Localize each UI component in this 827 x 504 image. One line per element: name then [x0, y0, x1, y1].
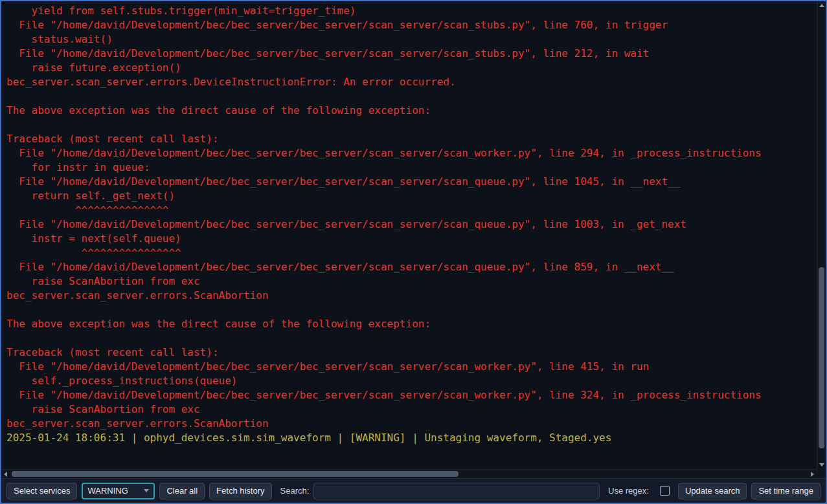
log-line: File "/home/david/Development/bec/bec_se… — [6, 47, 817, 61]
use-regex-label: Use regex: — [608, 486, 649, 496]
log-line: Traceback (most recent call last): — [6, 345, 817, 360]
vertical-scrollbar-thumb[interactable] — [819, 267, 824, 448]
log-line: File "/home/david/Development/bec/bec_se… — [6, 18, 817, 32]
use-regex-checkbox[interactable] — [660, 486, 670, 496]
log-output[interactable]: yield from self.stubs.trigger(min_wait=t… — [1, 1, 817, 469]
log-level-select[interactable]: WARNING — [82, 483, 155, 499]
log-line: bec_server.scan_server.errors.ScanAborti… — [6, 417, 817, 431]
horizontal-scrollbar-thumb[interactable] — [12, 471, 459, 477]
scroll-up-icon[interactable] — [817, 1, 826, 10]
update-search-button[interactable]: Update search — [678, 483, 747, 499]
scroll-left-icon[interactable] — [1, 470, 10, 478]
log-line — [6, 89, 817, 104]
log-content-area: yield from self.stubs.trigger(min_wait=t… — [1, 1, 826, 478]
log-line: 2025-01-24 18:06:31 | ophyd_devices.sim.… — [6, 431, 817, 445]
log-line: File "/home/david/Development/bec/bec_se… — [6, 175, 817, 189]
search-label: Search: — [280, 486, 310, 496]
scroll-down-icon[interactable] — [817, 461, 826, 469]
log-line — [6, 303, 817, 317]
fetch-history-button[interactable]: Fetch history — [209, 483, 271, 499]
chevron-down-icon — [144, 489, 149, 492]
log-line — [6, 118, 817, 132]
search-input[interactable] — [313, 483, 600, 499]
log-panel-window: yield from self.stubs.trigger(min_wait=t… — [0, 0, 827, 504]
log-line: File "/home/david/Development/bec/bec_se… — [6, 260, 817, 274]
log-line: Traceback (most recent call last): — [6, 132, 817, 146]
log-toolbar: Select services WARNING Clear all Fetch … — [1, 478, 826, 503]
log-line: raise future.exception() — [6, 61, 817, 75]
scroll-right-icon[interactable] — [808, 470, 817, 478]
log-line: File "/home/david/Development/bec/bec_se… — [6, 146, 817, 160]
log-line: File "/home/david/Development/bec/bec_se… — [6, 217, 817, 232]
select-services-button[interactable]: Select services — [6, 483, 77, 499]
log-line: bec_server.scan_server.errors.ScanAborti… — [6, 289, 817, 303]
log-line: return self._get_next() — [6, 189, 817, 203]
horizontal-scrollbar[interactable] — [1, 469, 817, 478]
log-level-value: WARNING — [87, 486, 128, 496]
set-time-range-button[interactable]: Set time range — [751, 483, 821, 499]
log-line — [6, 331, 817, 345]
log-line: for instr in queue: — [6, 160, 817, 175]
log-line: The above exception was the direct cause… — [6, 104, 817, 118]
log-line: The above exception was the direct cause… — [6, 317, 817, 331]
log-line: ^^^^^^^^^^^^^^^ — [6, 203, 817, 217]
log-line: File "/home/david/Development/bec/bec_se… — [6, 388, 817, 402]
log-line: self._process_instructions(queue) — [6, 374, 817, 388]
scrollbar-corner — [817, 469, 826, 478]
clear-all-button[interactable]: Clear all — [159, 483, 205, 499]
log-line: instr = next(self.queue) — [6, 232, 817, 246]
log-line: bec_server.scan_server.errors.DeviceInst… — [6, 75, 817, 89]
log-line: File "/home/david/Development/bec/bec_se… — [6, 360, 817, 374]
log-line: ^^^^^^^^^^^^^^^^ — [6, 246, 817, 260]
log-line: raise ScanAbortion from exc — [6, 274, 817, 289]
vertical-scrollbar[interactable] — [817, 1, 826, 469]
log-line: yield from self.stubs.trigger(min_wait=t… — [6, 4, 817, 18]
log-line: status.wait() — [6, 32, 817, 47]
log-line: raise ScanAbortion from exc — [6, 402, 817, 417]
